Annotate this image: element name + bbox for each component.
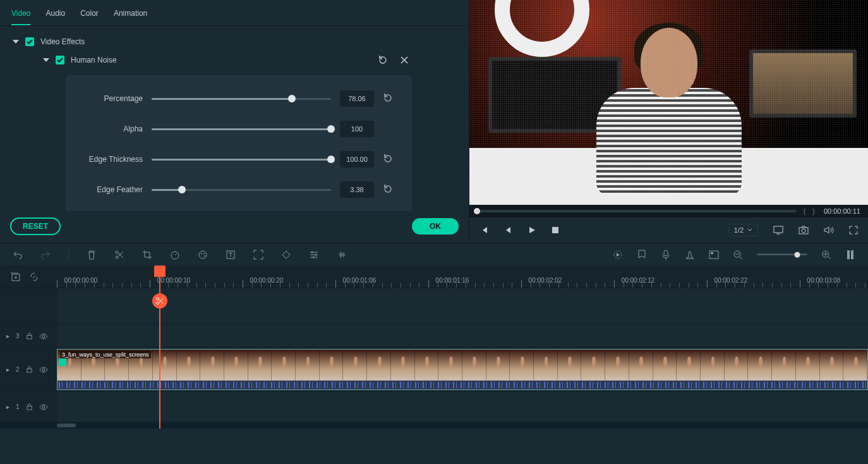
- delete-icon[interactable]: [87, 250, 97, 260]
- play-icon[interactable]: [527, 226, 536, 235]
- svg-rect-14: [709, 251, 718, 259]
- voiceover-icon[interactable]: [661, 250, 671, 260]
- ruler-mark: 00:00:00:10: [157, 277, 191, 284]
- audio-icon[interactable]: [337, 250, 347, 260]
- lock-icon[interactable]: [26, 366, 33, 373]
- track-spacer-body[interactable]: [57, 288, 868, 324]
- thumbnail-icon[interactable]: [709, 250, 719, 260]
- ruler-mark: 00:00:01:16: [436, 277, 469, 284]
- alpha-value[interactable]: 100: [340, 121, 374, 137]
- ruler-mark: 00:00:01:06: [343, 277, 377, 284]
- svg-rect-15: [711, 252, 713, 254]
- fullscreen-icon[interactable]: [849, 226, 858, 235]
- visibility-icon[interactable]: [39, 404, 48, 410]
- video-clip[interactable]: 3_fun_ways_to_use_split_screens: [57, 349, 868, 390]
- zoom-out-icon[interactable]: [733, 250, 743, 260]
- tab-video[interactable]: Video: [11, 9, 30, 25]
- visibility-icon[interactable]: [39, 367, 48, 373]
- split-icon[interactable]: [114, 250, 124, 260]
- human-noise-header[interactable]: Human Noise: [43, 55, 456, 65]
- crop-icon[interactable]: [142, 250, 152, 260]
- effect-badge-icon: [59, 358, 66, 366]
- stop-icon[interactable]: [552, 226, 559, 235]
- preview-scrubber[interactable]: { } 00:00:00:11: [469, 205, 868, 217]
- effects-panel: Video Audio Color Animation Video Effect…: [0, 0, 469, 243]
- timeline-ruler[interactable]: 00:00:00:0000:00:00:1000:00:00:2000:00:0…: [57, 266, 868, 288]
- track-1-head: ▸ 1: [0, 392, 57, 422]
- step-back-icon[interactable]: [503, 226, 512, 235]
- timeline-zoom-slider[interactable]: [757, 253, 807, 255]
- edge-thickness-value[interactable]: 100.00: [340, 151, 374, 168]
- visibility-icon[interactable]: [39, 333, 48, 339]
- zoom-in-icon[interactable]: [821, 250, 831, 260]
- ok-button[interactable]: OK: [412, 218, 459, 235]
- track-1-body[interactable]: [57, 392, 868, 422]
- percentage-slider[interactable]: [152, 98, 331, 100]
- preview-panel: { } 00:00:00:11 1/2: [469, 0, 868, 243]
- video-effects-checkbox[interactable]: [25, 37, 34, 46]
- alpha-label: Alpha: [83, 125, 143, 133]
- track-2-body[interactable]: 3_fun_ways_to_use_split_screens: [57, 348, 868, 391]
- percentage-label: Percentage: [83, 94, 143, 103]
- percentage-reset-icon[interactable]: [383, 93, 394, 104]
- svg-point-5: [116, 256, 118, 259]
- split-badge-icon[interactable]: [152, 293, 167, 308]
- svg-rect-19: [851, 250, 853, 259]
- edge-feather-reset-icon[interactable]: [383, 184, 394, 195]
- svg-point-10: [204, 255, 205, 257]
- prev-frame-icon[interactable]: [479, 226, 488, 235]
- reset-effect-icon[interactable]: [378, 55, 388, 65]
- adjust-icon[interactable]: [309, 250, 319, 260]
- volume-icon[interactable]: [824, 226, 834, 235]
- property-tabs: Video Audio Color Animation: [0, 0, 469, 26]
- svg-point-7: [199, 251, 207, 259]
- in-out-braces: { }: [803, 207, 817, 215]
- keyframe-icon[interactable]: [281, 250, 291, 260]
- color-icon[interactable]: [198, 250, 208, 260]
- svg-rect-13: [664, 250, 668, 256]
- tab-color[interactable]: Color: [80, 9, 99, 25]
- track-3-body[interactable]: [57, 325, 868, 347]
- fit-icon[interactable]: [845, 250, 855, 260]
- link-icon[interactable]: [29, 272, 39, 282]
- human-noise-checkbox[interactable]: [56, 56, 64, 64]
- lock-icon[interactable]: [26, 403, 33, 410]
- tab-audio[interactable]: Audio: [45, 9, 65, 25]
- render-icon[interactable]: [613, 250, 623, 260]
- preview-zoom-select[interactable]: 1/2: [728, 224, 758, 236]
- svg-point-4: [116, 251, 118, 253]
- percentage-value[interactable]: 78.06: [340, 90, 374, 107]
- human-noise-label: Human Noise: [71, 56, 117, 64]
- svg-rect-25: [27, 369, 31, 373]
- alpha-slider[interactable]: [152, 128, 331, 130]
- ruler-mark: 00:00:00:20: [250, 277, 284, 284]
- redo-icon[interactable]: [40, 250, 51, 260]
- timeline-hscroll[interactable]: [0, 422, 868, 429]
- mixer-icon[interactable]: [685, 250, 695, 260]
- track-type-icon: ▸: [6, 366, 9, 373]
- undo-icon[interactable]: [13, 250, 23, 260]
- video-effects-header[interactable]: Video Effects: [13, 37, 456, 46]
- speed-icon[interactable]: [170, 250, 180, 260]
- svg-rect-0: [552, 227, 558, 233]
- text-icon[interactable]: [226, 250, 236, 260]
- lock-icon[interactable]: [26, 333, 33, 339]
- reset-button[interactable]: RESET: [10, 217, 61, 235]
- preview-viewport[interactable]: [469, 0, 868, 205]
- edge-feather-value[interactable]: 3.38: [340, 181, 374, 198]
- playhead-flag[interactable]: [154, 266, 166, 277]
- clip-name: 3_fun_ways_to_use_split_screens: [60, 351, 151, 358]
- add-track-icon[interactable]: [10, 272, 20, 282]
- timeline-ruler-row: 00:00:00:0000:00:00:1000:00:00:2000:00:0…: [0, 266, 868, 288]
- display-icon[interactable]: [773, 226, 783, 235]
- edge-thickness-label: Edge Thickness: [83, 155, 143, 164]
- remove-effect-icon[interactable]: [399, 55, 409, 65]
- timeline-toolbar: [0, 243, 868, 266]
- edge-feather-slider[interactable]: [152, 189, 331, 191]
- marker-icon[interactable]: [637, 250, 647, 260]
- edge-thickness-reset-icon[interactable]: [383, 154, 394, 165]
- tab-animation[interactable]: Animation: [114, 9, 147, 25]
- edge-thickness-slider[interactable]: [152, 159, 331, 161]
- snapshot-icon[interactable]: [799, 226, 809, 235]
- tracking-icon[interactable]: [253, 250, 263, 260]
